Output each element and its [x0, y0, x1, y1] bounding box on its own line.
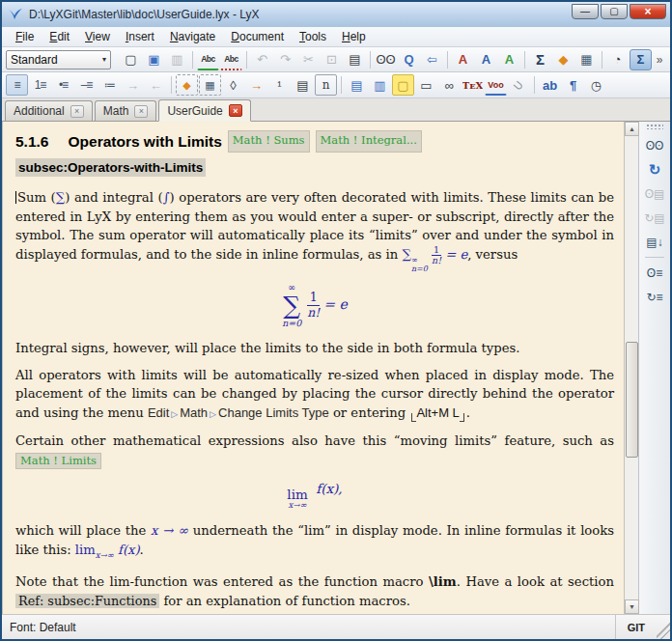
track-changes-icon[interactable]: Abc: [220, 49, 242, 70]
include-file-icon[interactable]: ⊃: [504, 70, 535, 100]
description-list-icon[interactable]: –≡: [75, 74, 98, 96]
tab-additional[interactable]: Additional ×: [5, 100, 93, 121]
save-document-icon[interactable]: ▥: [166, 49, 188, 70]
insert-footnote-icon[interactable]: ¹: [268, 74, 291, 96]
display-formula-sum[interactable]: ∞∑n=01n!= e: [15, 283, 614, 327]
menu-file[interactable]: File: [8, 28, 42, 45]
insert-float-figure-icon[interactable]: ▤: [346, 74, 368, 96]
scroll-up-icon[interactable]: ▲: [625, 122, 639, 136]
insert-margin-note-icon[interactable]: ▤: [292, 74, 314, 96]
numbered-list-icon[interactable]: 1≡: [29, 74, 51, 96]
inline-math[interactable]: x → ∞: [151, 523, 188, 538]
display-formula-lim[interactable]: limx→∞ f(x),: [15, 480, 614, 510]
paragraph: Sum (∑) and integral (∫) operators are v…: [15, 188, 614, 273]
section-title: Operators with Limits: [68, 132, 221, 152]
insert-nomenclature-icon[interactable]: n: [315, 74, 337, 96]
align-justified-icon[interactable]: ≡: [6, 74, 28, 96]
document-area[interactable]: 5.1.6 Operators with Limits Math ! Sums …: [2, 122, 624, 614]
index-inset[interactable]: Math ! Integral...: [316, 130, 422, 153]
cross-reference-inset[interactable]: Ref: subsec:Functions: [15, 594, 159, 608]
close-button[interactable]: ×: [630, 4, 666, 19]
tab-close-icon[interactable]: ×: [134, 105, 148, 118]
paragraph-style-selector[interactable]: Standard ▾: [6, 50, 111, 70]
undo-icon[interactable]: ↶: [251, 49, 273, 70]
inline-math[interactable]: ∫: [163, 190, 170, 205]
bullet-list-icon[interactable]: •≡: [52, 74, 74, 96]
menu-edit[interactable]: Edit: [42, 28, 77, 45]
scroll-down-icon[interactable]: ▼: [625, 599, 639, 614]
menu-help[interactable]: Help: [334, 28, 374, 45]
paragraph-settings-icon[interactable]: ¶: [562, 74, 584, 96]
index-inset[interactable]: Math ! Sums: [228, 130, 310, 153]
vertical-scrollbar[interactable]: ▲ ▼: [624, 122, 638, 614]
insert-note-icon[interactable]: ▢: [392, 74, 414, 96]
new-document-icon[interactable]: ▢: [120, 49, 142, 70]
paste-icon[interactable]: ▤: [344, 49, 366, 70]
lyx-window: D:\LyXGit\Master\lib\doc\UserGuide.lyx -…: [0, 0, 672, 641]
find-icon[interactable]: ʘʘ: [375, 49, 397, 70]
labeling-list-icon[interactable]: ≔: [98, 74, 121, 96]
tab-math[interactable]: Math ×: [95, 100, 157, 121]
maximize-button[interactable]: ▢: [601, 4, 628, 19]
view-messages-icon[interactable]: ʘ≡: [643, 262, 666, 284]
paragraph-style-value: Standard: [11, 53, 58, 67]
view-other-formats-icon[interactable]: ▤↓: [643, 231, 666, 253]
paragraph: Note that the lim-function was entered a…: [15, 572, 614, 610]
scrollbar-thumb[interactable]: [626, 342, 638, 458]
inline-math-lim[interactable]: limx→∞ f(x): [75, 543, 140, 557]
tab-close-icon[interactable]: ×: [229, 104, 242, 117]
view-document-icon[interactable]: ʘʘ: [643, 134, 666, 156]
insert-graphics-icon[interactable]: ◆: [552, 49, 574, 70]
toolbar-grip-handle[interactable]: [646, 124, 663, 129]
menubar: File Edit View Insert Navigate Document …: [2, 27, 670, 47]
spellcheck-icon[interactable]: Abc: [197, 49, 219, 70]
inline-math-sum[interactable]: ∑∞n=0 1n! = e: [402, 247, 467, 262]
tab-userguide[interactable]: UserGuide ×: [158, 99, 250, 122]
insert-float-table-icon[interactable]: ▥: [369, 74, 391, 96]
insert-graphics-box-icon[interactable]: ◆: [176, 74, 198, 96]
inline-math[interactable]: ∑: [56, 190, 65, 205]
tab-close-icon[interactable]: ×: [70, 105, 84, 118]
insert-tex-code-icon[interactable]: TᴇX: [462, 74, 484, 96]
index-inset[interactable]: Math ! Limits: [15, 453, 101, 469]
minimize-button[interactable]: —: [572, 4, 599, 19]
menu-navigate[interactable]: Navigate: [162, 28, 223, 45]
redo-icon[interactable]: ↷: [274, 49, 296, 70]
cut-icon[interactable]: ✂: [297, 49, 320, 70]
thesaurus-icon[interactable]: ◷: [585, 74, 607, 96]
copy-icon[interactable]: ⊡: [321, 49, 343, 70]
apply-style-icon[interactable]: A: [498, 49, 520, 70]
update-other-formats-icon[interactable]: ↻≡: [643, 286, 666, 308]
math-panel-icon[interactable]: Σ: [630, 49, 652, 70]
update-master-icon[interactable]: ↻▤: [643, 207, 666, 229]
resize-grip[interactable]: [657, 615, 670, 639]
outline-icon[interactable]: ◔: [606, 49, 629, 70]
find-replace-icon[interactable]: Q: [398, 49, 420, 70]
titlebar[interactable]: D:\LyXGit\Master\lib\doc\UserGuide.lyx -…: [2, 2, 670, 27]
insert-table-icon[interactable]: ▦: [575, 49, 598, 70]
update-view-icon[interactable]: ↻: [643, 158, 666, 181]
math-mode-icon[interactable]: Σ: [529, 49, 551, 70]
menu-document[interactable]: Document: [223, 28, 292, 45]
menu-view[interactable]: View: [77, 28, 118, 45]
toolbar-separator: [534, 76, 535, 94]
font-dialog-icon[interactable]: A: [452, 49, 474, 70]
insert-cross-reference-icon[interactable]: →: [245, 74, 267, 96]
menu-tools[interactable]: Tools: [292, 28, 334, 45]
toolbar-overflow-icon[interactable]: »: [653, 49, 666, 70]
insert-label-icon[interactable]: ◊: [222, 74, 244, 96]
navigate-back-icon[interactable]: ⇦: [421, 49, 443, 70]
change-case-icon[interactable]: ab: [539, 74, 561, 96]
insert-box-icon[interactable]: ▭: [415, 74, 437, 96]
toolbar-separator: [370, 51, 371, 69]
insert-table-box-icon[interactable]: ▦: [199, 74, 221, 96]
decrease-depth-icon[interactable]: ←: [145, 74, 167, 96]
insert-hyperlink-icon[interactable]: ∞: [438, 74, 461, 96]
label-inset[interactable]: subsec:Operators-with-Limits: [15, 158, 206, 178]
view-master-icon[interactable]: ʘ▤: [643, 182, 666, 205]
increase-depth-icon[interactable]: →: [122, 74, 144, 96]
open-document-icon[interactable]: ▣: [143, 49, 165, 70]
text-properties-icon[interactable]: A: [475, 49, 497, 70]
menu-insert[interactable]: Insert: [118, 28, 162, 45]
toolbar-separator: [192, 51, 193, 69]
